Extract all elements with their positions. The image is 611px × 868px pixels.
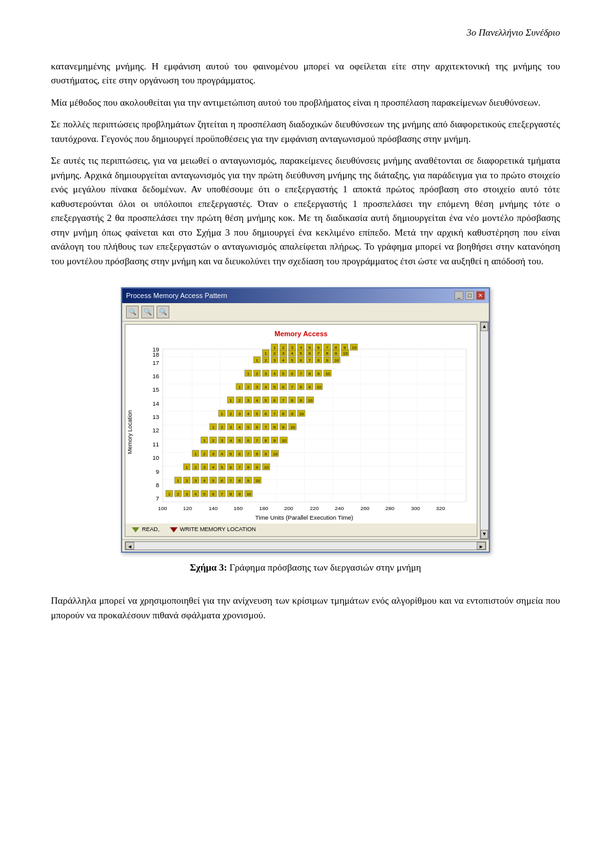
svg-rect-0 [162,349,466,502]
svg-text:6: 6 [238,452,241,456]
window-controls[interactable]: _ □ ✕ [454,291,485,300]
svg-text:3: 3 [282,351,284,355]
svg-text:7: 7 [247,452,249,456]
svg-text:2: 2 [230,411,232,416]
svg-text:1: 1 [177,478,179,483]
svg-text:10: 10 [317,385,322,389]
svg-text:3: 3 [221,438,223,443]
toolbar-btn-2[interactable]: 🔍 [141,306,154,318]
chart-content: Memory Access Memory Location [125,324,477,537]
minimize-button[interactable]: _ [454,291,463,300]
y-axis-label: Memory Location [125,343,136,521]
toolbar-btn-3[interactable]: 🔍 [157,306,169,318]
svg-text:8: 8 [291,398,293,402]
window-frame: Process Memory Access Pattern _ □ ✕ 🔍 🔍 … [121,287,490,553]
legend-area: READ, WRITE MEMORY LOCATION [125,523,477,536]
svg-text:3: 3 [186,492,188,496]
svg-text:2: 2 [177,492,179,496]
svg-text:140: 140 [209,506,218,511]
svg-text:320: 320 [436,506,446,511]
svg-text:8: 8 [247,465,249,469]
svg-text:2: 2 [212,438,214,443]
svg-text:3: 3 [238,411,241,416]
svg-text:1: 1 [274,345,276,350]
svg-text:7: 7 [274,411,276,416]
svg-text:9: 9 [344,345,346,350]
svg-text:4: 4 [291,351,293,355]
svg-text:10: 10 [343,351,348,355]
svg-text:240: 240 [335,506,344,511]
svg-text:9: 9 [256,465,258,469]
svg-text:5: 5 [282,371,284,376]
svg-text:6: 6 [230,465,232,469]
svg-text:7: 7 [282,398,284,402]
svg-text:6: 6 [247,438,249,443]
svg-text:10: 10 [282,438,287,443]
svg-text:5: 5 [265,398,267,402]
svg-text:10: 10 [326,371,331,376]
svg-text:15: 15 [152,387,159,393]
figure-caption-text: Γράφημα πρόσβασης των διεργασιών στην μν… [227,562,421,573]
paragraph-footer-1: Παράλληλα μπορεί να χρησιμοποιηθεί για τ… [51,594,560,622]
scrollbar-vertical[interactable]: ▲ ▼ [480,322,489,539]
svg-text:3: 3 [274,358,276,362]
window-title: Process Memory Access Pattern [126,290,227,301]
svg-text:4: 4 [274,371,276,376]
svg-text:6: 6 [317,345,320,350]
svg-text:9: 9 [300,398,302,402]
paragraph-2: Μία μέθοδος που ακολουθείται για την αντ… [51,96,560,110]
scroll-up-button[interactable]: ▲ [481,322,488,331]
svg-text:10: 10 [264,465,269,469]
maximize-button[interactable]: □ [465,291,474,300]
svg-text:9: 9 [326,358,328,362]
svg-text:6: 6 [256,425,258,429]
svg-text:3: 3 [256,385,258,389]
svg-text:8: 8 [230,492,232,496]
scroll-left-button[interactable]: ◄ [125,542,134,550]
svg-text:3: 3 [203,465,206,469]
svg-text:11: 11 [152,441,159,448]
scrollbar-horizontal[interactable]: ◄ ► [125,541,486,550]
read-icon [132,527,139,532]
svg-text:1: 1 [168,492,171,496]
toolbar-btn-1[interactable]: 🔍 [126,306,139,318]
svg-text:10: 10 [273,452,278,456]
figure-caption: Σχήμα 3: Γράφημα πρόσβασης των διεργασιώ… [121,560,490,575]
svg-text:2: 2 [282,345,284,350]
svg-text:2: 2 [186,478,188,483]
svg-text:1: 1 [230,398,232,402]
chart-svg: 7 8 9 10 11 12 13 14 15 16 17 18 [136,343,473,521]
svg-text:7: 7 [265,425,267,429]
window-bottom: ◄ ► [122,539,489,551]
svg-text:8: 8 [238,478,241,483]
svg-text:2: 2 [221,425,223,429]
scroll-right-button[interactable]: ► [477,542,486,550]
svg-text:10: 10 [334,358,339,362]
svg-text:3: 3 [265,371,267,376]
svg-text:5: 5 [212,478,214,483]
svg-text:4: 4 [238,425,241,429]
paragraph-1: κατανεμημένης μνήμης. Η εμφάνιση αυτού τ… [51,59,560,88]
svg-text:5: 5 [256,411,258,416]
svg-text:6: 6 [282,385,284,389]
paragraph-4: Σε αυτές τις περιπτώσεις, για να μειωθεί… [51,153,560,268]
legend-read: READ, [132,525,160,534]
svg-text:9: 9 [291,411,293,416]
legend-read-label: READ, [142,525,160,534]
svg-text:9: 9 [309,385,311,389]
scroll-down-button[interactable]: ▼ [481,530,488,539]
legend-write-label: WRITE MEMORY LOCATION [180,525,256,534]
svg-text:4: 4 [265,385,267,389]
svg-text:5: 5 [221,465,223,469]
svg-text:4: 4 [282,358,284,362]
svg-text:6: 6 [221,478,223,483]
svg-text:7: 7 [300,371,302,376]
svg-text:100: 100 [158,506,167,511]
close-button[interactable]: ✕ [476,291,485,300]
svg-text:3: 3 [212,452,214,456]
svg-text:8: 8 [300,385,302,389]
svg-text:8: 8 [265,438,267,443]
svg-text:10: 10 [308,398,313,402]
svg-text:7: 7 [256,438,258,443]
conference-title: 3ο Πανελλήνιο Συνέδριο [51,25,560,40]
